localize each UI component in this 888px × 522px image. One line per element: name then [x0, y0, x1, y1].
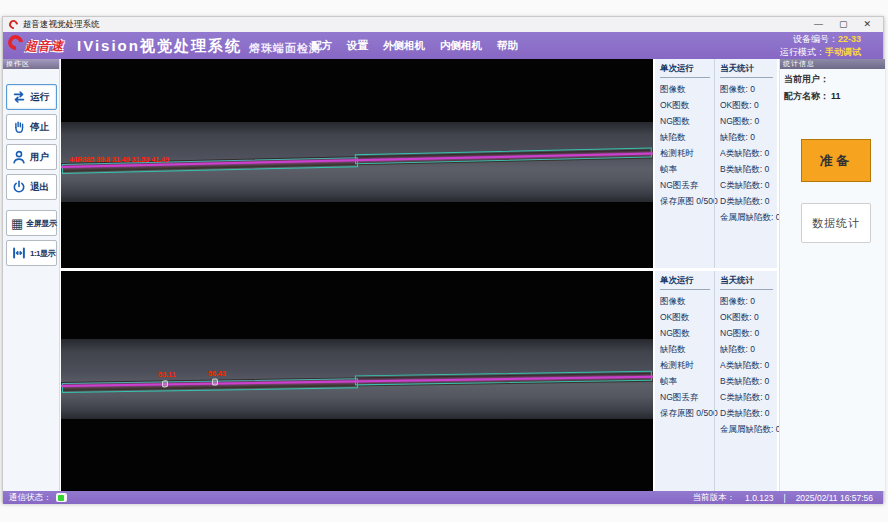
today-stats-title: 当天统计 — [720, 275, 773, 290]
operation-sidebar: 操作区 运行 停止 — [3, 59, 60, 491]
stat-row: 金属屑缺陷数: 0 — [720, 421, 777, 437]
stat-row: 帧率 — [660, 161, 714, 177]
fullscreen-button[interactable]: ▦ 全屏显示 — [6, 210, 57, 236]
stat-row: OK图数 — [660, 97, 714, 113]
device-info: 设备编号：22-33 运行模式：手动调试 — [780, 33, 861, 58]
hand-stop-icon — [11, 119, 27, 135]
recipe-name-label: 配方名称： — [784, 91, 829, 101]
comm-status-label: 通信状态： — [9, 492, 52, 504]
current-user-row: 当前用户： — [780, 69, 885, 86]
stat-row: 图像数 — [660, 293, 714, 309]
datetime-value: 2025/02/11 16:57:56 — [796, 493, 873, 503]
today-stats-column: 当天统计 图像数: 0 OK图数: 0 NG图数: 0 缺陷数: 0 A类缺陷数… — [714, 59, 777, 268]
stat-row: D类缺陷数: 0 — [720, 405, 777, 421]
recipe-name-value: 11 — [831, 91, 841, 101]
stat-row: B类缺陷数: 0 — [720, 161, 777, 177]
one-to-one-icon — [11, 245, 27, 261]
stat-row: 保存原图 0/500 — [660, 405, 714, 421]
stat-row: D类缺陷数: 0 — [720, 193, 777, 209]
stat-row: 金属屑缺陷数: 0 — [720, 209, 777, 225]
status-bar: 通信状态： 当前版本： 1.0.123 | 2025/02/11 16:57:5… — [3, 491, 883, 504]
run-cycle-icon — [11, 89, 27, 105]
one-to-one-button[interactable]: 1:1显示 — [6, 240, 57, 266]
camera-view-outer[interactable]: 44R885 39.8 31.49 31.53 41.49 — [61, 59, 653, 268]
run-button[interactable]: 运行 — [6, 84, 57, 110]
menu-item-outer-camera[interactable]: 外侧相机 — [383, 39, 425, 53]
user-button[interactable]: 用户 — [6, 144, 57, 170]
stat-row: 检测耗时 — [660, 145, 714, 161]
stat-row: C类缺陷数: 0 — [720, 177, 777, 193]
app-header: 超音速 IVision视觉处理系统 熔珠端面检测 配方 设置 外侧相机 内侧相机… — [3, 32, 883, 59]
stat-row: B类缺陷数: 0 — [720, 373, 777, 389]
run-mode-label: 运行模式： — [780, 47, 825, 57]
status-separator: | — [783, 493, 785, 503]
stat-row: A类缺陷数: 0 — [720, 357, 777, 373]
close-button[interactable]: ✕ — [863, 17, 871, 32]
green-led-icon — [58, 495, 64, 501]
stat-row: OK图数: 0 — [720, 309, 777, 325]
stat-row: NG图数 — [660, 325, 714, 341]
device-id-value: 22-33 — [838, 34, 861, 44]
measurement-annotation: 56.43 — [208, 369, 226, 378]
version-value: 1.0.123 — [745, 493, 773, 503]
device-id-label: 设备编号： — [793, 34, 838, 44]
defect-marker — [162, 380, 168, 387]
stat-row: NG图数: 0 — [720, 113, 777, 129]
brand-logo-icon — [5, 32, 26, 53]
window-title: 超音速视觉处理系统 — [23, 19, 100, 31]
stat-row: 图像数 — [660, 81, 714, 97]
menu-item-inner-camera[interactable]: 内侧相机 — [440, 39, 482, 53]
sidebar-title: 操作区 — [3, 59, 59, 69]
stat-row: 缺陷数: 0 — [720, 341, 777, 357]
fullscreen-grid-icon: ▦ — [11, 217, 23, 230]
stat-row: NG图数: 0 — [720, 325, 777, 341]
status-bar-right: 当前版本： 1.0.123 | 2025/02/11 16:57:56 — [693, 492, 877, 504]
defect-marker — [212, 379, 218, 386]
menu-item-settings[interactable]: 设置 — [347, 39, 368, 53]
stat-row: 缺陷数 — [660, 129, 714, 145]
stat-row: NG图数 — [660, 113, 714, 129]
stats-panel-outer: 单次运行 图像数 OK图数 NG图数 缺陷数 检测耗时 帧率 NG图丢弃 保存原… — [655, 59, 777, 268]
menu-item-help[interactable]: 帮助 — [497, 39, 518, 53]
camera-view-inner[interactable]: 53.11 56.43 — [61, 271, 653, 491]
user-icon — [11, 149, 27, 165]
version-label: 当前版本： — [693, 492, 736, 504]
menu-item-recipe[interactable]: 配方 — [311, 39, 332, 53]
maximize-button[interactable]: ▢ — [839, 17, 848, 32]
app-title: IVision视觉处理系统 — [77, 37, 242, 56]
measurement-annotation: 53.11 — [158, 370, 175, 379]
window-controls: — ▢ ✕ — [814, 17, 877, 32]
stat-row: A类缺陷数: 0 — [720, 145, 777, 161]
today-stats-column: 当天统计 图像数: 0 OK图数: 0 NG图数: 0 缺陷数: 0 A类缺陷数… — [714, 271, 777, 491]
stat-row: OK图数: 0 — [720, 97, 777, 113]
stat-row: 缺陷数: 0 — [720, 129, 777, 145]
exit-button[interactable]: 退出 — [6, 174, 57, 200]
single-run-column: 单次运行 图像数 OK图数 NG图数 缺陷数 检测耗时 帧率 NG图丢弃 保存原… — [655, 59, 714, 268]
stat-row: 保存原图 0/500 — [660, 193, 714, 209]
prepare-button[interactable]: 准备 — [801, 139, 871, 182]
app-logo-icon — [7, 18, 20, 31]
stat-row: OK图数 — [660, 309, 714, 325]
window-titlebar: 超音速视觉处理系统 — ▢ ✕ — [3, 17, 883, 32]
app-window: 超音速视觉处理系统 — ▢ ✕ 超音速 IVision视觉处理系统 熔珠端面检测… — [2, 16, 884, 503]
power-icon — [11, 179, 27, 195]
data-statistics-button[interactable]: 数据统计 — [801, 203, 871, 243]
recipe-name-row: 配方名称：11 — [780, 86, 885, 103]
run-mode-value: 手动调试 — [825, 47, 861, 57]
menu-bar: 配方 设置 外侧相机 内侧相机 帮助 — [311, 32, 518, 59]
stat-row: NG图丢弃 — [660, 177, 714, 193]
desktop: 超音速视觉处理系统 — ▢ ✕ 超音速 IVision视觉处理系统 熔珠端面检测… — [0, 0, 888, 522]
stat-row: 缺陷数 — [660, 341, 714, 357]
stat-row: 检测耗时 — [660, 357, 714, 373]
stats-panel-inner: 单次运行 图像数 OK图数 NG图数 缺陷数 检测耗时 帧率 NG图丢弃 保存原… — [655, 271, 777, 491]
comm-status-indicator — [56, 493, 67, 502]
statistics-info-panel: 统计信息 当前用户： 配方名称：11 准备 数据统计 — [779, 59, 885, 491]
measurement-annotation: 44R885 39.8 31.49 31.53 41.49 — [69, 155, 169, 164]
stat-row: 图像数: 0 — [720, 293, 777, 309]
stop-button[interactable]: 停止 — [6, 114, 57, 140]
info-panel-title: 统计信息 — [780, 59, 885, 69]
stat-row: 图像数: 0 — [720, 81, 777, 97]
minimize-button[interactable]: — — [814, 17, 823, 32]
stat-row: 帧率 — [660, 373, 714, 389]
stat-row: NG图丢弃 — [660, 389, 714, 405]
